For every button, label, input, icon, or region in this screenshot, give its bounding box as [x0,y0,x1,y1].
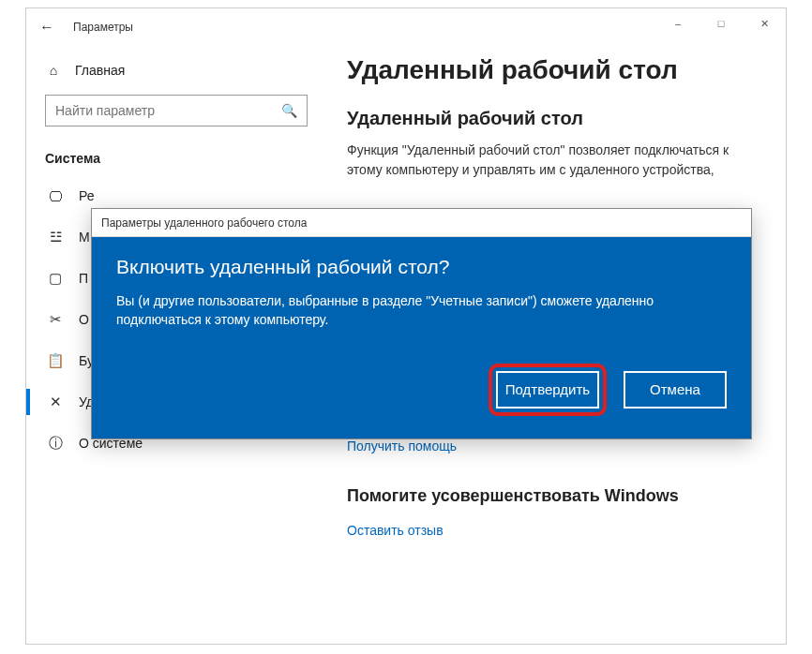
sidebar-item-label: О [79,312,89,327]
project-icon: ▢ [45,270,66,287]
feedback-link[interactable]: Оставить отзыв [347,523,444,538]
search-icon: 🔍 [281,103,297,118]
search-input[interactable] [55,103,281,118]
dialog-text: Вы (и другие пользователи, выбранные в р… [116,291,716,330]
remote-desktop-icon: ✕ [45,394,66,410]
section-description: Функция "Удаленный рабочий стол" позволя… [347,141,750,180]
sidebar-section-header: Система [45,151,308,166]
shared-icon: ✂ [45,311,66,328]
dialog-title: Параметры удаленного рабочего стола [101,216,307,230]
home-label: Главная [75,63,125,78]
window-title: Параметры [73,21,133,34]
dialog-heading: Включить удаленный рабочий стол? [116,256,727,278]
confirm-highlight: Подтвердить [489,364,607,416]
help-link[interactable]: Получить помощь [347,438,457,453]
page-title: Удаленный рабочий стол [347,55,758,85]
dialog-body: Включить удаленный рабочий стол? Вы (и д… [92,237,751,438]
search-input-wrap[interactable]: 🔍 [45,95,308,126]
close-button[interactable]: ✕ [743,8,786,38]
display-icon: 🖵 [45,188,66,204]
sidebar-item-label: М [79,230,90,245]
back-icon[interactable]: ← [38,19,56,36]
sidebar-item-label: Ре [79,188,95,203]
sidebar-home[interactable]: ⌂ Главная [45,63,308,78]
dialog-titlebar: Параметры удаленного рабочего стола [92,209,751,237]
section-heading-remote: Удаленный рабочий стол [347,108,758,129]
clipboard-icon: 📋 [45,352,66,369]
feedback-heading: Помогите усовершенствовать Windows [347,486,758,506]
minimize-button[interactable]: – [656,8,699,38]
home-icon: ⌂ [45,63,62,78]
info-icon: ⓘ [45,435,66,453]
sidebar-item-label: П [79,271,88,286]
confirm-button[interactable]: Подтвердить [496,371,599,409]
dialog-button-row: Подтвердить Отмена [116,364,727,416]
maximize-button[interactable]: □ [699,8,743,38]
confirm-dialog: Параметры удаленного рабочего стола Вклю… [91,208,752,439]
multitask-icon: ☳ [45,229,66,245]
titlebar: ← Параметры – □ ✕ [26,8,786,46]
cancel-button[interactable]: Отмена [624,371,727,409]
window-controls: – □ ✕ [656,8,786,38]
